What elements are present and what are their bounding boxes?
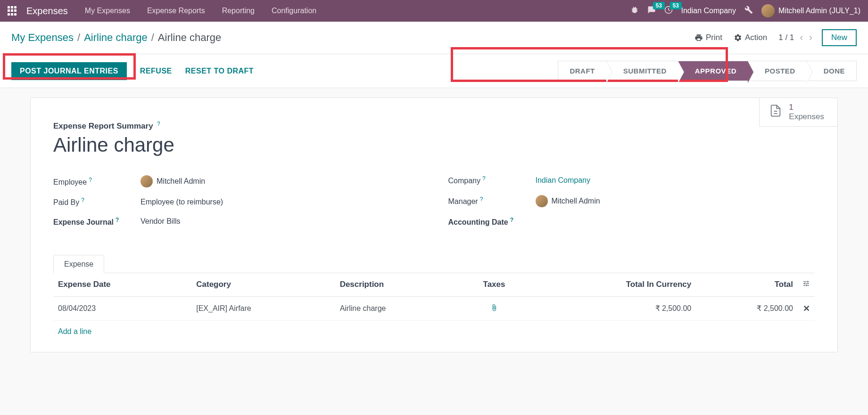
user-menu[interactable]: Mitchell Admin (JULY_1) <box>761 4 860 17</box>
crumb-current: Airline charge <box>158 32 222 44</box>
stage-draft[interactable]: DRAFT <box>558 61 606 81</box>
acctdate-label: Accounting Date <box>448 218 508 226</box>
th-description[interactable]: Description <box>335 273 459 297</box>
th-total-currency[interactable]: Total In Currency <box>529 273 696 297</box>
tab-expense[interactable]: Expense <box>53 255 104 273</box>
company-switcher[interactable]: Indian Company <box>681 7 736 15</box>
paidby-label: Paid By <box>53 199 79 207</box>
help-acctdate-icon[interactable]: ? <box>510 217 513 223</box>
th-category[interactable]: Category <box>191 273 335 297</box>
paidby-value[interactable]: Employee (to reimburse) <box>141 198 223 206</box>
form-sheet: 1 Expenses Expense Report Summary ? Airl… <box>30 98 838 352</box>
manager-avatar-icon <box>536 195 548 207</box>
status-pipeline: DRAFT SUBMITTED APPROVED POSTED DONE <box>558 61 857 81</box>
employee-value[interactable]: Mitchell Admin <box>141 175 205 187</box>
page-title[interactable]: Airline charge <box>53 134 815 156</box>
user-avatar-icon <box>761 4 775 17</box>
stat-expenses-button[interactable]: 1 Expenses <box>759 98 837 127</box>
th-taxes[interactable]: Taxes <box>459 273 529 297</box>
journal-label: Expense Journal <box>53 218 114 226</box>
help-manager-icon[interactable]: ? <box>480 196 483 203</box>
help-journal-icon[interactable]: ? <box>116 217 119 223</box>
manager-label: Manager <box>448 197 478 205</box>
stage-approved[interactable]: APPROVED <box>678 61 748 81</box>
nav-configuration[interactable]: Configuration <box>272 7 316 15</box>
th-total[interactable]: Total <box>696 273 798 297</box>
journal-value[interactable]: Vendor Bills <box>141 217 181 226</box>
stage-submitted[interactable]: SUBMITTED <box>606 61 678 81</box>
messages-badge: 53 <box>653 2 665 9</box>
th-date[interactable]: Expense Date <box>53 273 191 297</box>
top-navbar: Expenses My Expenses Expense Reports Rep… <box>0 0 868 22</box>
print-button[interactable]: Print <box>694 33 722 42</box>
crumb-report[interactable]: Airline charge <box>84 32 148 44</box>
breadcrumb-bar: My Expenses / Airline charge / Airline c… <box>0 22 868 54</box>
activities-icon[interactable]: 53 <box>664 6 673 16</box>
table-row[interactable]: 08/04/2023 [EX_AIR] Airfare Airline char… <box>53 296 815 320</box>
bug-icon[interactable] <box>630 6 639 16</box>
stat-count: 1 <box>789 103 824 112</box>
help-summary-icon[interactable]: ? <box>157 121 160 127</box>
activities-badge: 53 <box>670 2 682 9</box>
cell-date: 08/04/2023 <box>53 296 191 320</box>
stage-posted[interactable]: POSTED <box>748 61 807 81</box>
print-icon <box>694 33 703 42</box>
nav-reporting[interactable]: Reporting <box>222 7 255 15</box>
summary-label: Expense Report Summary <box>53 122 153 130</box>
action-button[interactable]: Action <box>734 33 767 42</box>
action-bar: POST JOURNAL ENTRIES REFUSE RESET TO DRA… <box>0 54 868 88</box>
new-button[interactable]: New <box>822 29 857 46</box>
pager-text: 1 / 1 <box>778 33 794 42</box>
post-journal-entries-button[interactable]: POST JOURNAL ENTRIES <box>11 62 127 80</box>
gear-icon <box>734 33 742 42</box>
add-line-button[interactable]: Add a line <box>53 320 815 342</box>
help-company-icon[interactable]: ? <box>482 175 486 182</box>
stat-label: Expenses <box>789 112 824 122</box>
cell-description: Airline charge <box>335 296 459 320</box>
stage-done[interactable]: DONE <box>807 61 857 81</box>
app-brand[interactable]: Expenses <box>26 6 68 16</box>
refuse-button[interactable]: REFUSE <box>140 67 172 75</box>
cell-total: ₹ 2,500.00 <box>696 296 798 320</box>
cell-category: [EX_AIR] Airfare <box>191 296 335 320</box>
expense-lines-table: Expense Date Category Description Taxes … <box>53 273 815 342</box>
remove-row-icon[interactable]: ✕ <box>803 304 810 313</box>
nav-my-expenses[interactable]: My Expenses <box>85 7 130 15</box>
attachment-icon[interactable] <box>490 305 498 313</box>
employee-label: Employee <box>53 178 87 186</box>
help-paidby-icon[interactable]: ? <box>81 197 84 203</box>
company-label: Company <box>448 177 480 185</box>
pager-prev-icon[interactable]: ‹ <box>800 32 803 44</box>
messages-icon[interactable]: 53 <box>647 6 656 16</box>
nav-expense-reports[interactable]: Expense Reports <box>147 7 205 15</box>
column-settings-icon[interactable] <box>802 281 810 289</box>
help-employee-icon[interactable]: ? <box>89 177 92 183</box>
document-icon <box>769 104 782 121</box>
reset-to-draft-button[interactable]: RESET TO DRAFT <box>185 67 254 75</box>
tools-icon[interactable] <box>744 6 753 16</box>
cell-total-currency: ₹ 2,500.00 <box>529 296 696 320</box>
company-value[interactable]: Indian Company <box>536 176 591 185</box>
pager-next-icon[interactable]: › <box>809 32 812 44</box>
crumb-my-expenses[interactable]: My Expenses <box>11 32 74 44</box>
manager-value[interactable]: Mitchell Admin <box>536 195 600 207</box>
employee-avatar-icon <box>141 175 153 187</box>
user-name: Mitchell Admin (JULY_1) <box>778 7 860 15</box>
apps-icon[interactable] <box>8 6 17 16</box>
